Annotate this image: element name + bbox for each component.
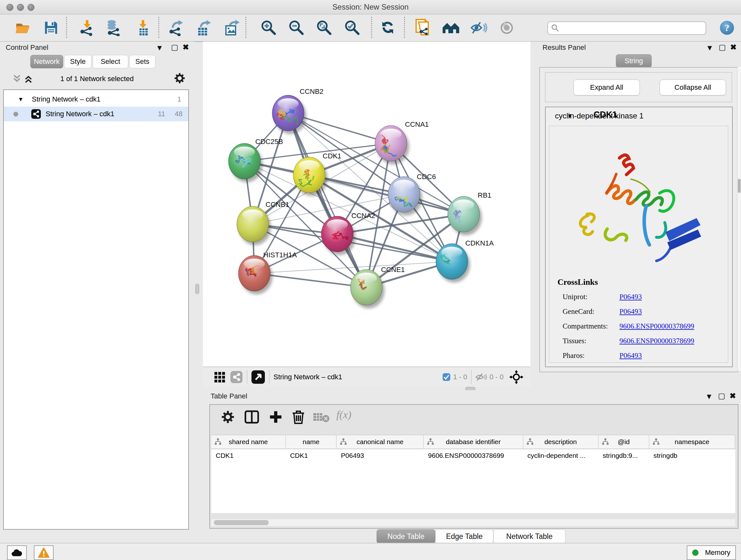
network-collection-row[interactable]: ▼ String Network – cdk1 1 — [4, 92, 188, 107]
show-all-eye-button[interactable] — [498, 19, 516, 37]
control-panel-close-icon[interactable]: ✖ — [183, 44, 189, 51]
crosslink-link[interactable]: P06493 — [619, 307, 642, 316]
selected-checkbox-icon[interactable] — [442, 373, 451, 381]
search-box — [547, 21, 706, 35]
tab-sets[interactable]: Sets — [129, 55, 155, 68]
table-cell[interactable]: P06493 — [336, 449, 423, 462]
expand-all-button[interactable]: Expand All — [574, 79, 640, 96]
zoom-in-button[interactable] — [260, 19, 278, 37]
tab-network-table[interactable]: Network Table — [493, 530, 565, 543]
collection-expand-triangle[interactable]: ▼ — [18, 96, 23, 103]
create-column-plus-icon[interactable] — [269, 410, 283, 424]
tab-string[interactable]: String — [616, 54, 652, 68]
results-scrollbar-thumb[interactable] — [738, 179, 741, 193]
cloud-button[interactable] — [7, 545, 27, 560]
tab-network[interactable]: Network — [30, 55, 63, 68]
column-header-id[interactable]: @id — [598, 435, 649, 449]
zoom-out-button[interactable] — [287, 19, 306, 37]
column-header-description[interactable]: description — [523, 435, 598, 449]
network-canvas[interactable]: CCNB2CCNA1CDC25BCDK1CDC6RB1CCNB1CCNA2CDK… — [203, 42, 530, 367]
column-header-name[interactable]: name — [286, 435, 336, 449]
results-panel-close-icon[interactable]: ✖ — [730, 44, 737, 51]
import-network-database-button[interactable] — [105, 19, 123, 37]
results-panel-maximize-icon[interactable]: ▢ — [719, 44, 726, 51]
export-table-icon — [196, 19, 212, 36]
node-CDC6[interactable] — [388, 177, 422, 215]
warnings-button[interactable] — [34, 545, 54, 560]
search-input[interactable] — [559, 23, 705, 33]
crosslink-row: Pharos:P06493 — [555, 348, 727, 363]
collapse-all-button[interactable]: Collapse All — [660, 79, 726, 96]
node-CCNB2[interactable] — [272, 95, 307, 134]
separator — [269, 370, 270, 384]
save-session-button[interactable] — [42, 19, 60, 37]
import-network-file-button[interactable] — [78, 19, 96, 37]
edge-CCNB2-CCNE1[interactable] — [288, 113, 366, 287]
import-table-button[interactable] — [134, 19, 152, 37]
table-cell[interactable]: CDK1 — [211, 449, 286, 462]
apply-layout-button[interactable] — [379, 19, 397, 37]
export-table-button[interactable] — [195, 19, 213, 37]
help-button[interactable]: ? — [718, 19, 736, 37]
table-horizontal-scrollbar[interactable] — [211, 519, 735, 526]
fit-content-crosshair-icon[interactable] — [509, 370, 523, 384]
control-panel-maximize-icon[interactable]: ▢ — [171, 44, 179, 51]
network-graph[interactable]: CCNB2CCNA1CDC25BCDK1CDC6RB1CCNB1CCNA2CDK… — [203, 42, 530, 367]
crosslink-link[interactable]: P06493 — [619, 293, 642, 301]
open-session-button[interactable] — [14, 19, 32, 37]
string-import-button[interactable] — [414, 19, 431, 37]
node-CCNA1[interactable] — [375, 125, 409, 165]
table-panel-close-icon[interactable]: ✖ — [730, 392, 736, 400]
column-header-sharedname[interactable]: shared name — [211, 435, 286, 449]
node-table[interactable]: shared namenamecanonical namedatabase id… — [211, 435, 735, 513]
crosslink-link[interactable]: P06493 — [619, 352, 642, 360]
tab-select[interactable]: Select — [92, 55, 128, 68]
node-CDC25B[interactable] — [228, 143, 263, 182]
tab-node-table[interactable]: Node Table — [377, 530, 435, 543]
node-HIST1H1A[interactable] — [239, 255, 273, 294]
table-panel-title: Table Panel — [211, 392, 247, 400]
tab-style[interactable]: Style — [64, 55, 91, 68]
results-panel-float-icon[interactable]: ▼ — [706, 44, 714, 52]
crosslink-link[interactable]: 9606.ENSP00000378699 — [619, 322, 694, 330]
export-network-button[interactable] — [167, 19, 185, 37]
node-CDKN1A[interactable] — [436, 244, 470, 283]
control-panel-float-icon[interactable]: ▼ — [156, 44, 163, 52]
column-header-canonicalname[interactable]: canonical name — [336, 435, 423, 449]
table-cell[interactable]: 9606.ENSP00000378699 — [423, 449, 523, 462]
left-splitter-handle[interactable] — [195, 284, 199, 294]
node-RB1[interactable] — [448, 196, 482, 235]
node-CCNE1[interactable] — [350, 269, 385, 308]
memory-button[interactable]: Memory — [687, 545, 736, 560]
network-options-gear-icon[interactable] — [174, 72, 186, 84]
table-row[interactable]: CDK1CDK1P064939606.ENSP00000378699cyclin… — [211, 449, 735, 462]
birdseye-view-icon[interactable] — [251, 370, 265, 384]
string-home-button[interactable] — [442, 19, 460, 37]
table-panel-float-icon[interactable]: ▼ — [705, 393, 713, 400]
string-results-box: Expand All Collapse All ▼ CDK1 cyclin-de… — [539, 67, 738, 372]
tab-edge-table[interactable]: Edge Table — [435, 530, 493, 543]
delete-column-trash-icon[interactable] — [292, 409, 305, 424]
table-cell[interactable]: CDK1 — [286, 449, 336, 462]
network-view-share-icon[interactable] — [230, 371, 243, 383]
results-scrollbar[interactable] — [737, 67, 741, 371]
column-header-namespace[interactable]: namespace — [649, 435, 735, 449]
show-columns-icon[interactable] — [245, 410, 259, 424]
table-cell[interactable]: stringdb:9... — [598, 449, 649, 462]
export-image-button[interactable] — [223, 19, 241, 37]
crosslink-link[interactable]: 9606.ENSP00000378699 — [619, 337, 694, 345]
table-scrollbar-thumb[interactable] — [214, 520, 269, 525]
table-options-gear-icon[interactable] — [221, 410, 235, 424]
network-row-selected[interactable]: String Network – cdk1 11 48 — [4, 107, 188, 121]
node-CCNA2[interactable] — [321, 216, 355, 255]
node-CDK1[interactable] — [293, 157, 327, 196]
grid-view-icon[interactable] — [214, 372, 225, 382]
table-cell[interactable]: stringdb — [649, 449, 735, 462]
table-cell[interactable]: cyclin-dependent ... — [523, 449, 598, 462]
toolbar-separator — [246, 17, 246, 38]
zoom-selected-button[interactable] — [343, 19, 361, 37]
hide-glass-eye-button[interactable] — [470, 19, 488, 37]
zoom-fit-button[interactable] — [315, 19, 333, 37]
column-header-databaseidentifier[interactable]: database identifier — [423, 435, 523, 449]
table-panel-maximize-icon[interactable]: ▢ — [718, 392, 725, 400]
